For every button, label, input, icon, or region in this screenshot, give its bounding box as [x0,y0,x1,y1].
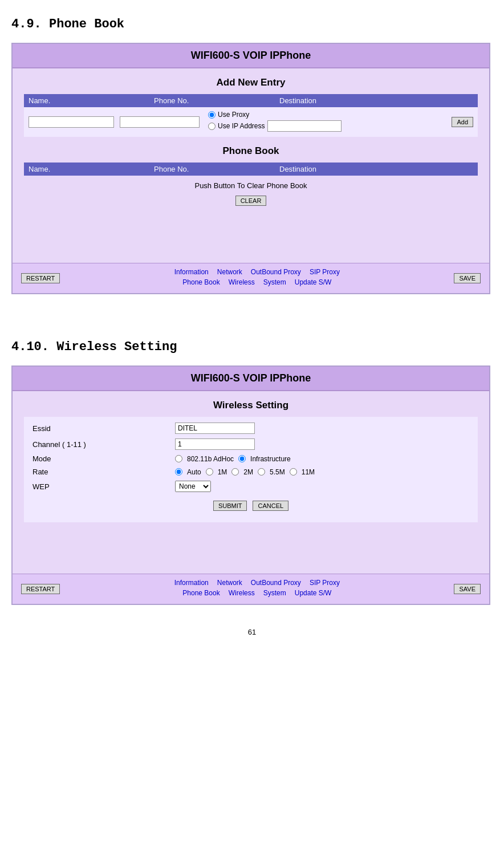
clear-button[interactable]: CLEAR [235,196,267,206]
rate-1m-label: 1M [218,468,227,476]
rate-value-group: Auto 1M 2M 5.5M 11M [175,468,315,476]
ws-nav-network[interactable]: Network [217,579,242,587]
phonebook-restart-button[interactable]: RESTART [21,273,60,283]
phonebook-save-button[interactable]: SAVE [454,273,481,283]
nav-wireless[interactable]: Wireless [229,278,255,286]
use-ip-label: Use IP Address [218,122,265,130]
wep-row: WEP None 64-bit 128-bit [32,481,469,492]
destination-group: Use Proxy Use IP Address [208,111,447,133]
ws-nav-system[interactable]: System [263,589,286,597]
essid-row: Essid [32,423,469,434]
section2-heading: 4.10. Wireless Setting [11,340,493,354]
pb-col-destination: Destination [279,165,473,173]
use-proxy-row: Use Proxy [208,111,447,119]
nav-system[interactable]: System [263,278,286,286]
rate-label: Rate [32,468,175,476]
nav-sip-proxy[interactable]: SIP Proxy [310,268,340,276]
phone-input[interactable] [120,116,200,128]
essid-label: Essid [32,424,175,433]
phonebook-footer: RESTART Information Network OutBound Pro… [13,263,489,293]
essid-input[interactable] [175,423,255,434]
rate-5-5m-label: 5.5M [270,468,285,476]
name-input[interactable] [29,116,114,128]
ip-address-input[interactable] [267,120,342,132]
ws-nav-update-sw[interactable]: Update S/W [295,589,332,597]
wep-label: WEP [32,482,175,491]
use-proxy-radio[interactable] [208,111,216,119]
spacer [11,317,493,334]
essid-value-group [175,423,255,434]
col-phone-label: Phone No. [154,96,279,105]
wireless-save-button[interactable]: SAVE [454,584,481,594]
add-new-entry-title: Add New Entry [24,77,478,88]
wireless-device-frame: WIFI600-S VOIP IPPhone Wireless Setting … [11,365,490,605]
nav-outbound-proxy[interactable]: OutBound Proxy [251,268,301,276]
rate-11m-label: 11M [302,468,315,476]
wireless-nav-row1: Information Network OutBound Proxy SIP P… [60,579,454,587]
wireless-title: Wireless Setting [24,400,478,411]
wireless-nav-row2: Phone Book Wireless System Update S/W [60,589,454,597]
rate-auto-radio[interactable] [175,468,182,476]
nav-update-sw[interactable]: Update S/W [295,278,332,286]
page-content: 4.9. Phone Book WIFI600-S VOIP IPPhone A… [0,0,504,659]
rate-row: Rate Auto 1M 2M 5.5M 11M [32,468,469,476]
wireless-restart-button[interactable]: RESTART [21,584,60,594]
wep-value-group: None 64-bit 128-bit [175,481,211,492]
wep-select[interactable]: None 64-bit 128-bit [175,481,211,492]
nav-information[interactable]: Information [174,268,209,276]
rate-2m-radio[interactable] [231,468,239,476]
ws-nav-phone-book[interactable]: Phone Book [182,589,220,597]
phonebook-nav-row2: Phone Book Wireless System Update S/W [60,278,454,286]
use-ip-radio[interactable] [208,123,216,130]
nav-phone-book[interactable]: Phone Book [182,278,220,286]
use-proxy-label: Use Proxy [218,111,249,119]
rate-11m-radio[interactable] [290,468,297,476]
clear-message: Push Button To Clear Phone Book [24,176,478,193]
wireless-buttons: SUBMIT CANCEL [32,501,469,511]
pb-col-name: Name. [29,165,154,173]
mode-adhoc-label: 802.11b AdHoc [187,455,234,463]
wireless-device-header: WIFI600-S VOIP IPPhone [13,367,489,391]
add-button[interactable]: Add [452,117,473,127]
ws-nav-sip-proxy[interactable]: SIP Proxy [310,579,340,587]
mode-infra-radio[interactable] [238,455,246,462]
col-destination-label: Destination [279,96,473,105]
phonebook-nav-row1: Information Network OutBound Proxy SIP P… [60,268,454,276]
cancel-button[interactable]: CANCEL [253,501,288,511]
mode-infra-label: Infrastructure [250,455,291,463]
wireless-settings-table: Essid Channel ( 1-11 ) Mode [24,417,478,522]
ws-nav-outbound-proxy[interactable]: OutBound Proxy [251,579,301,587]
phone-book-title: Phone Book [24,145,478,157]
mode-row: Mode 802.11b AdHoc Infrastructure [32,454,469,463]
wireless-device-body: Wireless Setting Essid Channel ( 1-11 ) [13,391,489,574]
phonebook-device-body: Add New Entry Name. Phone No. Destinatio… [13,68,489,263]
mode-adhoc-radio[interactable] [175,455,182,462]
ws-nav-information[interactable]: Information [174,579,209,587]
ws-nav-wireless[interactable]: Wireless [229,589,255,597]
rate-2m-label: 2M [243,468,253,476]
section1-heading: 4.9. Phone Book [11,17,493,31]
mode-label: Mode [32,454,175,463]
add-entry-header: Name. Phone No. Destination [24,94,478,107]
rate-1m-radio[interactable] [206,468,213,476]
nav-network[interactable]: Network [217,268,242,276]
submit-button[interactable]: SUBMIT [213,501,247,511]
rate-auto-label: Auto [187,468,201,476]
channel-input[interactable] [175,438,255,450]
add-entry-form-row: Use Proxy Use IP Address Add [24,107,478,137]
mode-value-group: 802.11b AdHoc Infrastructure [175,455,291,463]
phonebook-device-header: WIFI600-S VOIP IPPhone [13,44,489,68]
phonebook-table-header: Name. Phone No. Destination [24,163,478,176]
col-name-label: Name. [29,96,154,105]
wireless-empty-area [24,522,478,568]
pb-col-phone: Phone No. [154,165,279,173]
wireless-footer-nav: Information Network OutBound Proxy SIP P… [60,579,454,599]
channel-label: Channel ( 1-11 ) [32,440,175,449]
rate-5-5m-radio[interactable] [258,468,265,476]
channel-row: Channel ( 1-11 ) [32,438,469,450]
phonebook-footer-nav: Information Network OutBound Proxy SIP P… [60,268,454,289]
clear-btn-wrap: CLEAR [24,193,478,212]
wireless-footer: RESTART Information Network OutBound Pro… [13,574,489,604]
phonebook-empty-area [24,212,478,257]
page-number: 61 [11,628,493,636]
